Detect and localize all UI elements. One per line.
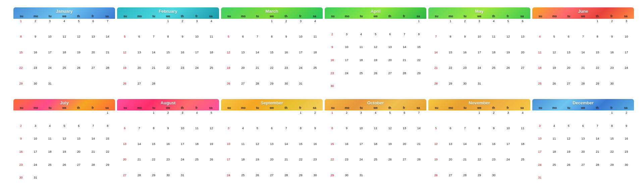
- day-cell: 2: [619, 111, 634, 124]
- day-label-fr: fr: [293, 14, 307, 18]
- day-cell: 27: [443, 173, 458, 189]
- day-label-mo: mo: [547, 14, 561, 18]
- day-cell: 16: [28, 50, 43, 66]
- day-cell: 9: [28, 35, 43, 50]
- month-name: August: [118, 100, 218, 105]
- day-cell: 12: [383, 126, 397, 142]
- day-cell: 29: [590, 82, 605, 97]
- month-header-march: Marchsumotuwethfrsa: [221, 7, 323, 19]
- day-cell: 6: [561, 35, 576, 50]
- day-cell: 8: [146, 126, 161, 142]
- day-cell: 10: [472, 35, 486, 50]
- day-empty: [132, 19, 146, 35]
- day-empty: [339, 19, 354, 32]
- day-cell: 5: [250, 126, 265, 142]
- day-cell: 27: [397, 157, 412, 173]
- day-empty: [325, 19, 339, 32]
- day-cell: 18: [547, 150, 561, 163]
- month-header-august: Augustsumotuwethfrsa: [117, 99, 219, 110]
- day-cell: 17: [175, 142, 190, 157]
- day-cell: 24: [533, 163, 547, 176]
- day-headers: sumotuwethfrsa: [429, 14, 529, 18]
- day-cell: 17: [190, 50, 204, 66]
- day-cell: 1: [161, 19, 175, 35]
- day-cell: 19: [429, 157, 443, 173]
- month-name: June: [533, 9, 633, 14]
- day-cell: 13: [265, 142, 279, 157]
- day-label-tu: tu: [354, 106, 368, 110]
- day-cell: 9: [325, 45, 339, 58]
- day-cell: 10: [28, 137, 43, 150]
- day-label-su: su: [533, 14, 547, 18]
- day-cell: 31: [293, 82, 308, 97]
- month-name: December: [533, 100, 633, 105]
- day-cell: 23: [339, 157, 354, 173]
- day-empty: [86, 111, 100, 124]
- day-cell: 12: [57, 137, 71, 150]
- day-label-mo: mo: [132, 14, 147, 18]
- day-cell: 15: [472, 142, 486, 157]
- day-cell: 9: [458, 35, 472, 50]
- day-cell: 17: [28, 150, 43, 163]
- day-label-sa: sa: [515, 106, 529, 110]
- day-label-su: su: [14, 14, 29, 18]
- day-cell: 25: [368, 157, 383, 173]
- day-cell: 13: [443, 142, 458, 157]
- day-empty: [354, 19, 368, 32]
- day-cell: 31: [28, 176, 43, 189]
- month-block-february: Februarysumotuwethfrsa123456789101112131…: [117, 7, 219, 97]
- day-label-we: we: [57, 14, 71, 18]
- day-cell: 2: [28, 19, 43, 35]
- day-cell: 16: [325, 58, 339, 71]
- day-cell: 22: [293, 157, 308, 173]
- day-label-sa: sa: [308, 106, 322, 110]
- day-label-su: su: [118, 106, 132, 110]
- day-cell: 31: [175, 173, 190, 189]
- month-block-april: Aprilsumotuwethfrsa123456789101112131415…: [325, 7, 426, 97]
- day-cell: 8: [325, 126, 339, 142]
- day-label-th: th: [175, 106, 189, 110]
- day-cell: 19: [204, 142, 219, 157]
- day-cell: 28: [429, 82, 443, 97]
- day-cell: 28: [458, 173, 472, 189]
- day-cell: 22: [590, 66, 605, 81]
- day-cell: 15: [293, 142, 308, 157]
- day-cell: 4: [190, 111, 204, 126]
- day-cell: 6: [132, 35, 146, 50]
- day-label-we: we: [265, 106, 279, 110]
- days-grid: 1234567891011121314151617181920212223242…: [13, 111, 115, 189]
- day-cell: 3: [339, 32, 354, 45]
- day-empty: [397, 19, 412, 32]
- day-cell: 7: [412, 111, 426, 126]
- day-cell: 8: [293, 126, 308, 142]
- day-label-fr: fr: [397, 106, 411, 110]
- day-empty: [383, 19, 397, 32]
- day-cell: 1: [605, 111, 619, 124]
- day-cell: 1: [146, 111, 161, 126]
- day-cell: 19: [221, 66, 236, 81]
- month-header-september: Septembersumotuwethfrsa: [221, 99, 323, 110]
- day-label-fr: fr: [293, 106, 307, 110]
- day-headers: sumotuwethfrsa: [325, 106, 426, 110]
- day-cell: 14: [576, 50, 590, 66]
- day-cell: 2: [458, 19, 472, 35]
- day-label-mo: mo: [340, 14, 354, 18]
- day-cell: 12: [204, 126, 219, 142]
- day-empty: [132, 111, 146, 126]
- day-label-mo: mo: [444, 14, 458, 18]
- day-label-mo: mo: [236, 14, 250, 18]
- day-empty: [236, 111, 250, 126]
- day-cell: 27: [576, 163, 590, 176]
- day-cell: 10: [190, 35, 204, 50]
- day-cell: 8: [14, 35, 28, 50]
- day-cell: 17: [293, 50, 308, 66]
- days-grid: 1234567891011121314151617181920212223242…: [117, 111, 219, 189]
- day-cell: 6: [86, 19, 100, 35]
- day-cell: 18: [57, 50, 71, 66]
- day-cell: 5: [501, 19, 516, 35]
- days-grid: 1234567891011121314151617181920212223242…: [532, 111, 634, 189]
- day-label-tu: tu: [147, 14, 161, 18]
- day-cell: 25: [547, 163, 561, 176]
- day-cell: 8: [472, 126, 486, 142]
- day-cell: 31: [354, 173, 368, 189]
